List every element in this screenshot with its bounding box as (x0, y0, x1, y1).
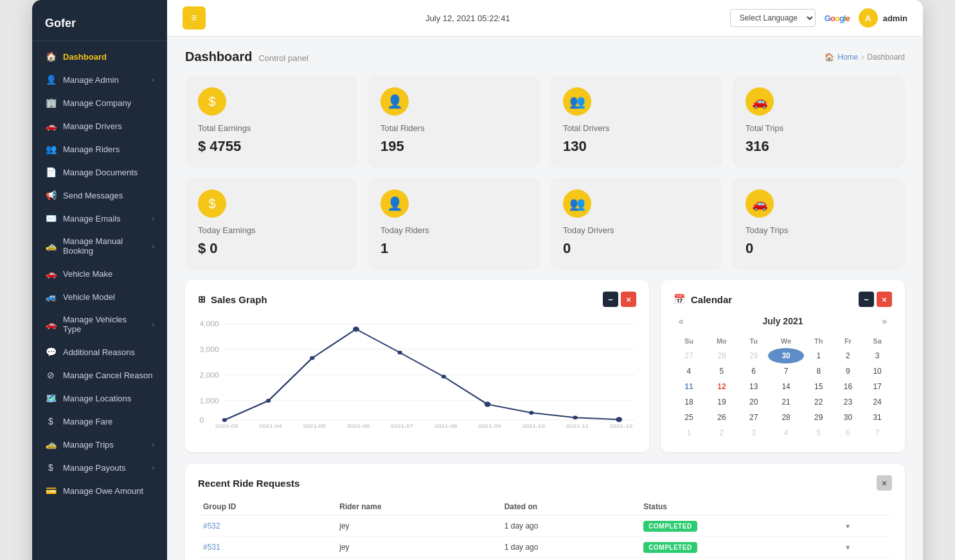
cal-day[interactable]: 10 (862, 363, 892, 379)
recent-rides-close-button[interactable]: × (877, 475, 892, 491)
sidebar-item-label: Manage Trips (63, 440, 146, 450)
calendar-minimize-button[interactable]: − (859, 292, 874, 307)
calendar-prev-button[interactable]: « (674, 315, 689, 328)
cal-day[interactable]: 17 (862, 379, 892, 394)
sidebar-item-manage-owe-amount[interactable]: 💳 Manage Owe Amount (32, 479, 167, 502)
sidebar-item-manage-manual-booking[interactable]: 🚕 Manage Manual Booking › (32, 230, 167, 262)
cal-day[interactable]: 7 (862, 425, 892, 441)
total-trips-value: 316 (745, 138, 892, 155)
manage-docs-icon: 📄 (45, 167, 57, 177)
sidebar-item-vehicle-model[interactable]: 🚙 Vehicle Model (32, 285, 167, 308)
sidebar-item-label: Additional Reasons (63, 347, 154, 357)
total-riders-value: 195 (380, 138, 527, 155)
cal-day[interactable]: 16 (834, 379, 862, 394)
manage-drivers-icon: 🚗 (45, 121, 57, 131)
svg-text:2021-06: 2021-06 (346, 423, 370, 429)
cal-day[interactable]: 31 (862, 410, 892, 425)
cal-day[interactable]: 7 (768, 363, 804, 379)
cal-day[interactable]: 8 (804, 363, 834, 379)
sidebar-logo: Gofer (32, 6, 167, 41)
graph-area: 4,000 3,000 2,000 1,000 0 (198, 315, 636, 430)
cal-day[interactable]: 30 (768, 348, 804, 363)
language-select[interactable]: Select Language (730, 9, 816, 27)
cal-day[interactable]: 2 (834, 348, 862, 363)
admin-menu[interactable]: A admin (859, 8, 907, 28)
cal-day[interactable]: 30 (834, 410, 862, 425)
sidebar-item-manage-vehicles-type[interactable]: 🚗 Manage Vehicles Type › (32, 308, 167, 340)
cal-day[interactable]: 19 (704, 394, 739, 410)
rides-group-id[interactable]: #531 (198, 537, 334, 558)
sidebar-item-manage-trips[interactable]: 🚕 Manage Trips › (32, 433, 167, 456)
sidebar-item-manage-fare[interactable]: $ Manage Fare (32, 410, 167, 433)
today-riders-label: Today Riders (380, 225, 527, 235)
rides-dropdown[interactable]: ▼ (839, 537, 892, 558)
breadcrumb-home[interactable]: Home (837, 53, 858, 62)
sales-graph-minimize-button[interactable]: − (603, 292, 618, 307)
cal-day[interactable]: 28 (768, 410, 804, 425)
rides-group-id[interactable]: #532 (198, 516, 334, 537)
cal-day[interactable]: 15 (804, 379, 834, 394)
sidebar-item-manage-locations[interactable]: 🗺️ Manage Locations (32, 387, 167, 410)
cal-day[interactable]: 5 (804, 425, 834, 441)
cal-day[interactable]: 22 (804, 394, 834, 410)
sidebar-item-manage-admin[interactable]: 👤 Manage Admin › (32, 68, 167, 91)
cal-day[interactable]: 5 (704, 363, 739, 379)
sidebar-item-label: Manage Cancel Reason (63, 371, 154, 380)
earnings-icon: $ (198, 87, 226, 116)
cal-day[interactable]: 3 (862, 348, 892, 363)
sidebar-item-label: Manage Locations (63, 394, 154, 403)
cal-day[interactable]: 23 (834, 394, 862, 410)
svg-text:2021-05: 2021-05 (303, 423, 326, 429)
sidebar-item-dashboard[interactable]: 🏠 Dashboard (32, 45, 167, 68)
sidebar-item-manage-emails[interactable]: ✉️ Manage Emails › (32, 207, 167, 230)
cal-day[interactable]: 3 (739, 425, 768, 441)
sidebar-item-manage-company[interactable]: 🏢 Manage Company (32, 91, 167, 114)
sidebar-item-manage-documents[interactable]: 📄 Manage Documents (32, 161, 167, 184)
sidebar-item-manage-drivers[interactable]: 🚗 Manage Drivers (32, 114, 167, 137)
cal-day[interactable]: 11 (674, 379, 704, 394)
today-trips-icon: 🚗 (745, 189, 774, 218)
cal-day[interactable]: 2 (704, 425, 739, 441)
sidebar-item-manage-cancel-reason[interactable]: ⊘ Manage Cancel Reason (32, 363, 167, 387)
cal-day[interactable]: 18 (674, 394, 704, 410)
sidebar-item-label: Manage Documents (63, 168, 154, 177)
svg-text:2021-10: 2021-10 (522, 423, 545, 429)
cal-day[interactable]: 13 (739, 379, 768, 394)
cal-day[interactable]: 20 (739, 394, 768, 410)
cal-day[interactable]: 26 (704, 410, 739, 425)
cal-day[interactable]: 9 (834, 363, 862, 379)
stat-grid-total: $ Total Earnings $ 4755 👤 Total Riders 1… (185, 76, 905, 168)
cal-day[interactable]: 24 (862, 394, 892, 410)
cal-day[interactable]: 28 (704, 348, 739, 363)
cal-day[interactable]: 27 (674, 348, 704, 363)
cal-day[interactable]: 4 (674, 363, 704, 379)
cal-day[interactable]: 14 (768, 379, 804, 394)
svg-text:1,000: 1,000 (199, 398, 219, 405)
cal-day-today[interactable]: 12 (704, 379, 739, 394)
menu-button[interactable]: ≡ (183, 6, 206, 30)
sidebar-item-vehicle-make[interactable]: 🚗 Vehicle Make (32, 262, 167, 285)
svg-point-16 (485, 402, 491, 407)
cal-day[interactable]: 6 (739, 363, 768, 379)
sidebar-item-additional-reasons[interactable]: 💬 Additional Reasons (32, 340, 167, 363)
cal-day[interactable]: 29 (739, 348, 768, 363)
rides-dropdown[interactable]: ▼ (839, 516, 892, 537)
svg-point-18 (573, 416, 577, 419)
cal-day[interactable]: 25 (674, 410, 704, 425)
sidebar-item-manage-payouts[interactable]: $ Manage Payouts › (32, 456, 167, 479)
cal-day[interactable]: 27 (739, 410, 768, 425)
calendar-close-button[interactable]: × (877, 292, 892, 307)
calendar-table: Su Mo Tu We Th Fr Sa 27 (674, 334, 892, 441)
sales-graph-close-button[interactable]: × (621, 292, 636, 307)
cal-day[interactable]: 29 (804, 410, 834, 425)
cal-day[interactable]: 21 (768, 394, 804, 410)
total-trips-label: Total Trips (745, 123, 892, 133)
cal-day[interactable]: 4 (768, 425, 804, 441)
sidebar-item-manage-riders[interactable]: 👥 Manage Riders (32, 137, 167, 161)
cal-day[interactable]: 1 (804, 348, 834, 363)
sidebar-item-send-messages[interactable]: 📢 Send Messages (32, 184, 167, 207)
cal-day[interactable]: 6 (834, 425, 862, 441)
cal-day[interactable]: 1 (674, 425, 704, 441)
stat-card-today-drivers: 👥 Today Drivers 0 (550, 178, 722, 270)
calendar-next-button[interactable]: » (877, 315, 892, 328)
